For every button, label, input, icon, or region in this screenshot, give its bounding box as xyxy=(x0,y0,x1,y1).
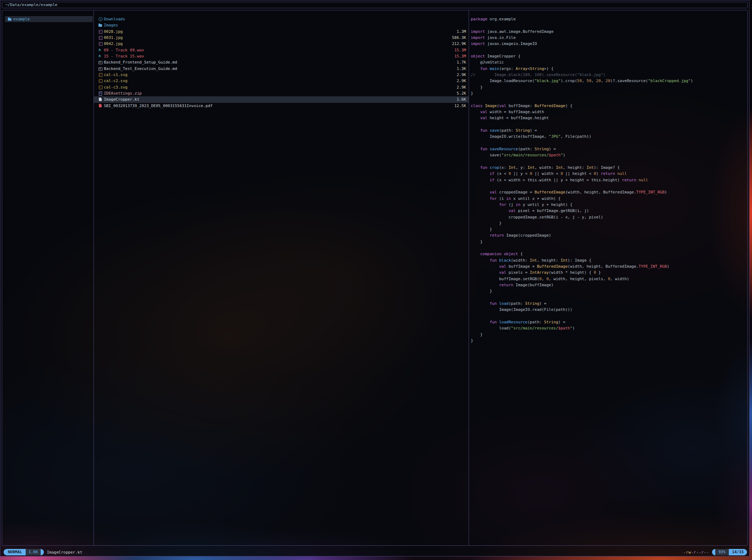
parent-directory-panel: example xyxy=(2,10,94,545)
code-line: fun loadResource(path: String) = xyxy=(471,319,747,325)
code-line xyxy=(471,183,747,189)
file-size: 2.9K xyxy=(454,72,466,77)
terminal-window: ~/Data/example/example example Downloads… xyxy=(0,0,750,556)
code-line: fun main(args: Array<String>) { xyxy=(471,66,747,72)
file-size: 15.3M xyxy=(451,48,466,52)
file-row[interactable]: SBI_0032013739_2023_DE05_0003155631Invoi… xyxy=(94,103,469,109)
file-size: 1.3M xyxy=(454,29,466,34)
file-row[interactable]: 0031.jpg586.3K xyxy=(94,35,469,41)
file-name: 0028.jpg xyxy=(104,29,123,34)
code-line: Image.loadResource("black.jpg").crop(50,… xyxy=(471,78,747,84)
code-line: fun load(path: String) = xyxy=(471,301,747,307)
code-line: import java.awt.image.BufferedImage xyxy=(471,29,747,35)
file-size: 5.2K xyxy=(454,91,466,96)
file-name: Images xyxy=(104,23,118,27)
file-row[interactable]: Images xyxy=(94,22,469,28)
scroll-percent: 93% xyxy=(715,549,729,555)
code-line xyxy=(471,245,747,251)
file-row[interactable]: Backend_Frontend_Setup_Guide.md1.7K xyxy=(94,59,469,65)
code-line: if (x < 0 || y < 0 || width < 0 || heigh… xyxy=(471,171,747,177)
file-row[interactable]: 09 - Track 09.wav15.3M xyxy=(94,47,469,53)
code-line: object ImageCropper { xyxy=(471,53,747,59)
markdown-icon xyxy=(98,66,103,71)
status-bar-left: NORMAL 1.6K ImageCropper.kt xyxy=(4,549,82,555)
code-line xyxy=(471,47,747,53)
code-line: // Image.black(100, 100).saveResource("b… xyxy=(471,72,747,78)
code-line: croppedImage.setRGB(i - x, j - y, pixel) xyxy=(471,214,747,220)
file-size: 12.5K xyxy=(451,104,466,108)
current-path: ~/Data/example/example xyxy=(5,2,57,7)
code-line xyxy=(471,121,747,127)
file-name: SBI_0032013739_2023_DE05_0003155631Invoi… xyxy=(104,104,213,108)
file-size: 15.3M xyxy=(451,54,466,59)
code-line: } xyxy=(471,226,747,232)
code-line: val height = buffImage.height xyxy=(471,115,747,121)
file-row[interactable]: IDEAsettings.zip5.2K xyxy=(94,90,469,96)
image-icon xyxy=(98,72,103,77)
code-line: } xyxy=(471,239,747,245)
code-line: import java.io.File xyxy=(471,35,747,41)
file-size: 1.6K xyxy=(454,97,466,102)
file-name: ImageCropper.kt xyxy=(104,97,139,102)
kotlin-file-icon xyxy=(98,97,103,102)
code-line: fun crop(x: Int, y: Int, width: Int, hei… xyxy=(471,165,747,171)
file-name: 0031.jpg xyxy=(104,35,123,40)
file-row[interactable]: ImageCropper.kt1.6K xyxy=(94,96,469,102)
code-line: import javax.imageio.ImageIO xyxy=(471,41,747,47)
file-size: 1.7K xyxy=(454,60,466,65)
file-row[interactable]: cal-c3.svg2.9K xyxy=(94,84,469,90)
code-line: class Image(val buffImage: BufferedImage… xyxy=(471,103,747,109)
code-line: load("src/main/resources/$path") xyxy=(471,325,747,331)
code-line: @JvmStatic xyxy=(471,59,747,65)
parent-directory-item[interactable]: example xyxy=(5,16,93,22)
code-line: val width = buffImage.width xyxy=(471,109,747,115)
audio-icon xyxy=(98,48,103,52)
folder-icon xyxy=(7,17,12,21)
code-line: ImageIO.write(buffImage, "JPG", File(pat… xyxy=(471,133,747,140)
parent-directory-label: example xyxy=(13,17,30,21)
file-name: Downloads xyxy=(104,17,125,21)
code-line xyxy=(471,294,747,301)
code-line: val pixels = IntArray(width * height) { … xyxy=(471,269,747,276)
pdf-icon xyxy=(98,104,103,108)
code-line: fun saveResource(path: String) = xyxy=(471,146,747,152)
code-line: save("src/main/resources/$path") xyxy=(471,152,747,158)
code-line: } xyxy=(471,288,747,294)
file-row[interactable]: 15 - Track 15.wav15.3M xyxy=(94,53,469,59)
file-name: IDEAsettings.zip xyxy=(104,91,142,96)
code-line: for (j in y until y + height) { xyxy=(471,202,747,208)
file-row[interactable]: 0042.jpg212.9K xyxy=(94,41,469,47)
file-size: 2.9K xyxy=(454,85,466,90)
code-line xyxy=(471,140,747,146)
code-line: companion object { xyxy=(471,251,747,257)
preview-panel: package org.exampleimport java.awt.image… xyxy=(469,10,747,545)
code-line: } xyxy=(471,90,747,96)
file-list-panel: DownloadsImages0028.jpg1.3M0031.jpg586.3… xyxy=(94,10,469,545)
status-bar: NORMAL 1.6K ImageCropper.kt -rw-r--r-- 9… xyxy=(4,549,747,555)
file-row[interactable]: cal-c1.svg2.9K xyxy=(94,72,469,78)
code-line: return Image(buffImage) xyxy=(471,282,747,288)
audio-icon xyxy=(98,54,103,59)
file-name: cal-c3.svg xyxy=(104,85,127,90)
image-icon xyxy=(98,41,103,46)
file-name: 15 - Track 15.wav xyxy=(104,54,144,59)
file-size: 1.3K xyxy=(454,66,466,71)
code-line: return Image(croppedImage) xyxy=(471,232,747,238)
image-icon xyxy=(98,29,103,34)
file-row[interactable]: Backend_Test_Execution_Guide.md1.3K xyxy=(94,66,469,72)
file-row[interactable]: 0028.jpg1.3M xyxy=(94,29,469,35)
segment-cap-icon xyxy=(712,549,715,555)
code-line: Image(ImageIO.read(File(path))) xyxy=(471,307,747,313)
file-name: Backend_Frontend_Setup_Guide.md xyxy=(104,60,177,65)
code-line xyxy=(471,22,747,28)
file-row[interactable]: Downloads xyxy=(94,16,469,22)
file-row[interactable]: cal-c2.svg2.9K xyxy=(94,78,469,84)
code-line: package org.example xyxy=(471,16,747,22)
code-line xyxy=(471,96,747,102)
code-line: for (i in x until x + width) { xyxy=(471,196,747,202)
downloads-folder-icon xyxy=(98,17,103,21)
code-line: val pixel = buffImage.getRGB(i, j) xyxy=(471,208,747,214)
file-name: 0042.jpg xyxy=(104,41,123,46)
code-line: } xyxy=(471,220,747,226)
zip-icon xyxy=(98,91,103,96)
